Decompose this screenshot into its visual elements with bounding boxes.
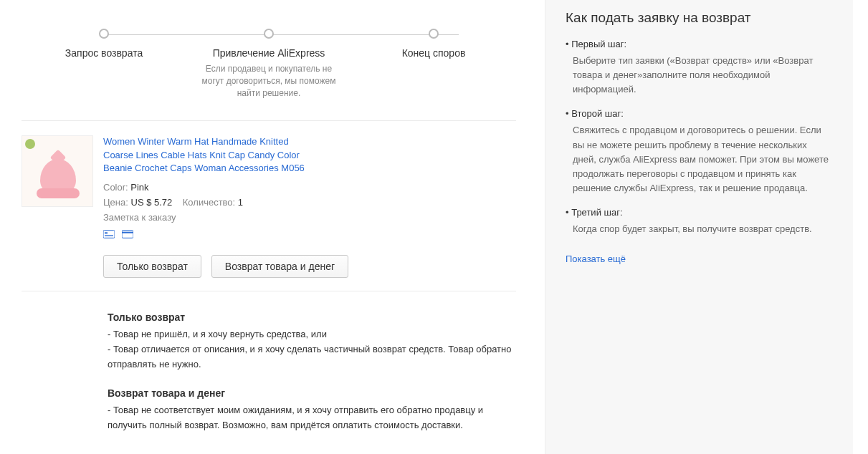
step-dot-icon [264, 29, 274, 39]
sidebar-step-label: Третий шаг: [566, 207, 833, 218]
return-and-refund-button[interactable]: Возврат товара и денег [211, 255, 348, 278]
main-column: Запрос возврата Привлечение AliExpress Е… [0, 0, 530, 454]
progress-tracker: Запрос возврата Привлечение AliExpress Е… [22, 0, 516, 121]
step-dot-icon [99, 29, 109, 39]
tracker-step-finish: Конец споров [351, 29, 516, 99]
step-label: Привлечение AliExpress [186, 47, 351, 59]
price-value: US $ 5.72 [131, 197, 173, 208]
order-note: Заметка к заказу [103, 212, 516, 223]
explain-line: - Товар не соответствует моим ожиданиям,… [108, 403, 516, 433]
tracker-step-escalate: Привлечение AliExpress Если продавец и п… [186, 29, 351, 99]
product-info: Women Winter Warm Hat Handmade Knitted C… [103, 135, 516, 278]
step-dot-icon [429, 29, 439, 39]
qty-value: 1 [238, 197, 243, 208]
explain-title: Возврат товара и денег [108, 387, 516, 399]
explain-line: - Товар отличается от описания, и я хочу… [108, 342, 516, 372]
qty-label: Количество: [183, 197, 235, 208]
sidebar-title: Как подать заявку на возврат [566, 10, 833, 26]
svg-rect-4 [122, 232, 133, 233]
product-title-link[interactable]: Women Winter Warm Hat Handmade Knitted C… [103, 135, 318, 175]
sidebar-step-text: Свяжитесь с продавцом и договоритесь о р… [573, 123, 833, 195]
sidebar-step-text: Выберите тип заявки («Возврат средств» и… [573, 54, 833, 97]
sidebar-step-2: Второй шаг: Свяжитесь с продавцом и дого… [566, 108, 833, 195]
sidebar-step-3: Третий шаг: Когда спор будет закрыт, вы … [566, 207, 833, 236]
svg-rect-3 [122, 231, 133, 238]
card-icon [103, 230, 115, 241]
step-label: Конец споров [351, 47, 516, 59]
step-desc: Если продавец и покупатель не могут дого… [197, 63, 340, 99]
product-row: Women Winter Warm Hat Handmade Knitted C… [22, 121, 516, 291]
card-icon [122, 230, 133, 241]
svg-rect-0 [103, 231, 115, 238]
price-label: Цена: [103, 197, 128, 208]
product-thumbnail[interactable] [22, 135, 93, 207]
explanation-section: Только возврат - Товар не пришёл, и я хо… [22, 291, 516, 454]
sidebar-step-1: Первый шаг: Выберите тип заявки («Возвра… [566, 39, 833, 97]
help-sidebar: Как подать заявку на возврат Первый шаг:… [545, 0, 853, 454]
refund-only-button[interactable]: Только возврат [103, 255, 201, 278]
product-color: Color: Pink [103, 182, 516, 193]
svg-rect-2 [105, 235, 113, 236]
product-price-qty: Цена: US $ 5.72 Количество: 1 [103, 197, 516, 208]
explain-title: Только возврат [108, 311, 516, 323]
explain-line: - Товар не пришёл, и я хочу вернуть сред… [108, 327, 516, 342]
refund-only-explain: Только возврат - Товар не пришёл, и я хо… [108, 311, 516, 372]
step-label: Запрос возврата [22, 47, 186, 59]
svg-rect-1 [105, 232, 108, 233]
color-label: Color: [103, 182, 128, 193]
tracker-step-request: Запрос возврата [22, 29, 186, 99]
sidebar-step-label: Второй шаг: [566, 108, 833, 119]
return-refund-explain: Возврат товара и денег - Товар не соотве… [108, 387, 516, 433]
show-more-link[interactable]: Показать ещё [566, 253, 626, 264]
sidebar-step-text: Когда спор будет закрыт, вы получите воз… [573, 222, 833, 236]
payment-icons [103, 230, 516, 241]
color-value: Pink [130, 182, 148, 193]
sidebar-step-label: Первый шаг: [566, 39, 833, 49]
